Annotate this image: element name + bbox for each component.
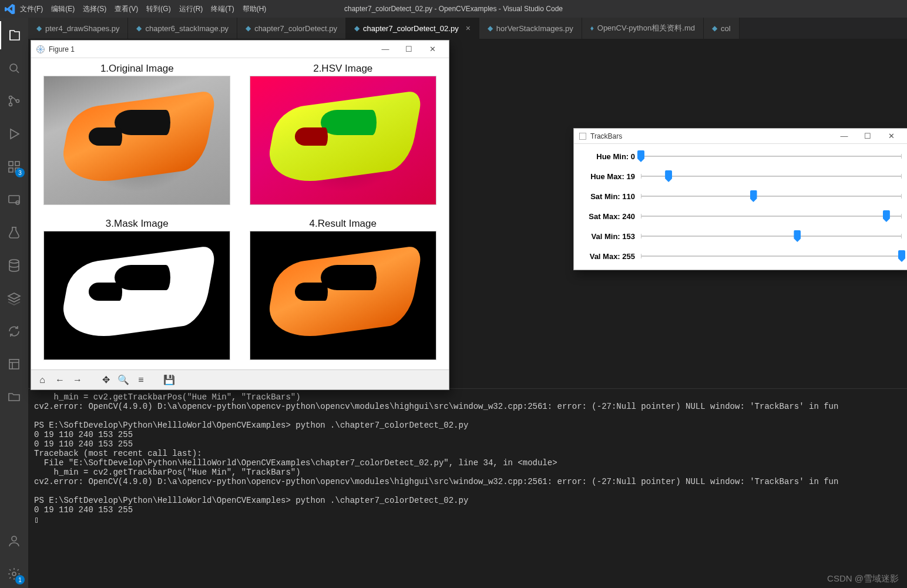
svg-rect-5: [15, 162, 19, 166]
trackbar-slider[interactable]: [641, 230, 902, 242]
subplot-mask: 3.Mask Image: [36, 216, 238, 367]
minimize-icon[interactable]: —: [374, 45, 397, 53]
figure-window: Figure 1 — ☐ ✕ 1.Original Image 2.HSV Im…: [31, 40, 449, 390]
maximize-icon[interactable]: ☐: [856, 132, 879, 140]
tab-label: chapter7_colorDetect.py: [254, 24, 337, 33]
file-icon: ◆: [246, 24, 251, 32]
svg-point-12: [12, 536, 16, 541]
home-icon[interactable]: ⌂: [36, 375, 49, 385]
editor-tabs: ◆pter4_drawShapes.py◆chapter6_stackImage…: [28, 18, 907, 39]
subplot-title: 2.HSV Image: [313, 63, 372, 75]
trackbar-label: Hue Max: 19: [577, 172, 637, 181]
svg-rect-15: [579, 133, 586, 139]
tab-0[interactable]: ◆pter4_drawShapes.py: [28, 18, 128, 39]
tab-label: pter4_drawShapes.py: [45, 24, 119, 33]
menu-goto[interactable]: 转到(G): [146, 4, 170, 14]
project-icon[interactable]: [0, 350, 28, 378]
svg-rect-4: [9, 162, 13, 166]
trackbar-slider[interactable]: [641, 170, 902, 182]
run-debug-icon[interactable]: [0, 120, 28, 148]
zoom-icon[interactable]: 🔍: [117, 374, 130, 385]
trackbar-label: Val Min: 153: [577, 232, 637, 241]
trackbar-row: Val Min: 153: [577, 226, 902, 246]
activitybar: 3 1: [0, 18, 28, 588]
minimize-icon[interactable]: —: [832, 132, 856, 140]
stack-icon[interactable]: [0, 284, 28, 313]
back-icon[interactable]: ←: [53, 375, 66, 385]
watermark: CSDN @雪域迷影: [827, 573, 899, 584]
tab-close-icon[interactable]: ×: [466, 23, 471, 33]
trackbar-label: Sat Max: 240: [577, 212, 637, 221]
figure-titlebar[interactable]: Figure 1 — ☐ ✕: [31, 41, 449, 58]
gear-badge: 1: [15, 575, 25, 584]
file-icon: ◆: [712, 24, 717, 32]
tab-label: col: [721, 24, 731, 33]
remote-icon[interactable]: [0, 186, 28, 214]
menubar[interactable]: 文件(F) 编辑(E) 选择(S) 查看(V) 转到(G) 运行(R) 终端(T…: [20, 4, 266, 14]
tab-2[interactable]: ◆chapter7_colorDetect.py: [237, 18, 346, 39]
svg-point-13: [12, 572, 16, 576]
subplot-original: 1.Original Image: [36, 61, 238, 212]
opencv-window-icon: [579, 132, 587, 140]
tab-4[interactable]: ◆horVerStackImages.py: [479, 18, 582, 39]
terminal[interactable]: h_min = cv2.getTrackbarPos("Hue Min", "T…: [28, 388, 907, 588]
trackbars-body: Hue Min: 0Hue Max: 19Sat Min: 110Sat Max…: [574, 144, 907, 270]
figure-toolbar: ⌂ ← → ✥ 🔍 ≡ 💾: [31, 369, 449, 389]
slider-thumb-icon[interactable]: [794, 230, 801, 242]
menu-edit[interactable]: 编辑(E): [51, 4, 75, 14]
forward-icon[interactable]: →: [71, 375, 84, 385]
trackbars-titlebar[interactable]: TrackBars — ☐ ✕: [574, 129, 907, 144]
folder-icon[interactable]: [0, 383, 28, 411]
slider-thumb-icon[interactable]: [637, 150, 644, 162]
trackbar-slider[interactable]: [641, 190, 902, 202]
sync-icon[interactable]: [0, 317, 28, 345]
save-icon[interactable]: 💾: [163, 374, 176, 385]
menu-run[interactable]: 运行(R): [179, 4, 203, 14]
tab-6[interactable]: ◆col: [704, 18, 740, 39]
slider-thumb-icon[interactable]: [883, 210, 890, 222]
menu-terminal[interactable]: 终端(T): [211, 4, 234, 14]
slider-thumb-icon[interactable]: [750, 190, 757, 202]
trackbar-slider[interactable]: [641, 250, 902, 262]
trackbar-row: Hue Max: 19: [577, 166, 902, 186]
trackbar-row: Sat Max: 240: [577, 206, 902, 226]
tab-label: chapter6_stackImage.py: [145, 24, 229, 33]
gear-icon[interactable]: 1: [0, 560, 28, 588]
figure-body: 1.Original Image 2.HSV Image 3.Mask Imag…: [31, 58, 449, 369]
testing-icon[interactable]: [0, 219, 28, 247]
slider-thumb-icon[interactable]: [898, 250, 905, 262]
scm-icon[interactable]: [0, 87, 28, 115]
extensions-icon[interactable]: 3: [0, 153, 28, 181]
slider-thumb-icon[interactable]: [665, 170, 672, 182]
explorer-icon[interactable]: [0, 21, 28, 49]
tab-5[interactable]: ♦OpenCV-python相关资料.md: [582, 18, 704, 39]
tab-label: chapter7_colorDetect_02.py: [363, 24, 459, 33]
configure-icon[interactable]: ≡: [135, 375, 147, 385]
trackbar-label: Sat Min: 110: [577, 192, 637, 201]
tab-1[interactable]: ◆chapter6_stackImage.py: [128, 18, 237, 39]
maximize-icon[interactable]: ☐: [397, 45, 421, 53]
trackbars-title: TrackBars: [590, 132, 622, 140]
pan-icon[interactable]: ✥: [99, 374, 112, 385]
database-icon[interactable]: [0, 251, 28, 280]
file-icon: ◆: [354, 24, 360, 32]
svg-point-10: [9, 260, 19, 263]
account-icon[interactable]: [0, 527, 28, 555]
figure-title: Figure 1: [49, 45, 75, 53]
tab-3[interactable]: ◆chapter7_colorDetect_02.py×: [346, 18, 479, 39]
tab-label: OpenCV-python相关资料.md: [597, 23, 695, 33]
subplot-result: 4.Result Image: [242, 216, 445, 367]
menu-view[interactable]: 查看(V): [115, 4, 138, 14]
menu-file[interactable]: 文件(F): [20, 4, 43, 14]
menu-help[interactable]: 帮助(H): [243, 4, 267, 14]
trackbar-slider[interactable]: [641, 150, 902, 162]
menu-selection[interactable]: 选择(S): [83, 4, 106, 14]
mask-image: [43, 231, 230, 360]
close-icon[interactable]: ✕: [879, 132, 903, 140]
trackbar-slider[interactable]: [641, 210, 902, 222]
close-icon[interactable]: ✕: [421, 45, 444, 53]
subplot-title: 3.Mask Image: [106, 218, 169, 230]
subplot-hsv: 2.HSV Image: [242, 61, 445, 212]
search-icon[interactable]: [0, 54, 28, 82]
file-icon: ◆: [136, 24, 142, 32]
